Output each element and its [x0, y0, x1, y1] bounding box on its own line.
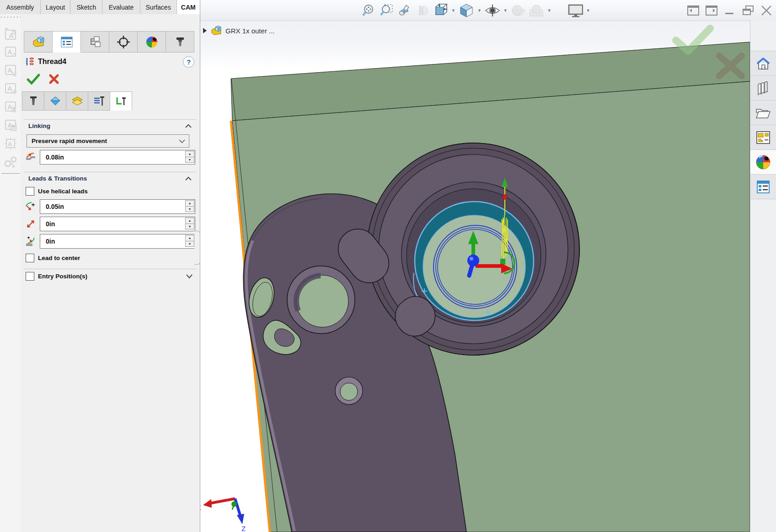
tab-solidworks-resources[interactable] [750, 51, 776, 76]
disabled-tool-icon-3[interactable]: A [2, 62, 19, 79]
disabled-tool-icon-5[interactable]: A [2, 98, 19, 116]
tab-assembly[interactable]: Assembly [0, 0, 41, 14]
svg-text:A: A [7, 103, 12, 111]
vertical-lead-spinner[interactable]: ▲▼ [185, 235, 194, 247]
tab-configurationmanager[interactable] [81, 31, 109, 53]
cancel-x-button[interactable] [48, 73, 60, 85]
collapse-chevron-icon[interactable] [185, 124, 192, 128]
page-tab-leads[interactable] [110, 91, 132, 111]
tab-view-palette[interactable] [750, 125, 776, 150]
spin-down-icon[interactable]: ▼ [185, 224, 194, 230]
tab-propertymanager[interactable] [53, 31, 81, 53]
tab-displaymanager[interactable] [138, 31, 166, 53]
edit-appearance-button[interactable] [511, 3, 526, 18]
hide-show-caret-icon[interactable]: ▼ [503, 8, 508, 13]
flyout-tree-row[interactable]: GRX 1x outer ... [203, 25, 275, 36]
entry-positions-row[interactable]: Entry Position(s) [26, 272, 193, 281]
lead-overlap-field[interactable]: 0in ▲▼ [40, 217, 195, 231]
view-orientation-caret-icon[interactable]: ▼ [451, 8, 455, 13]
tab-cam[interactable]: CAM [177, 0, 200, 14]
zoom-to-area-button[interactable] [379, 3, 395, 18]
vertical-lead-field[interactable]: 0in ▲▼ [40, 234, 195, 249]
disabled-tool-icon-6[interactable]: A [2, 117, 19, 134]
spin-down-icon[interactable]: ▼ [185, 207, 194, 213]
tab-appearances-scenes[interactable] [750, 150, 776, 175]
disabled-tool-icon-8[interactable] [2, 153, 19, 170]
linking-section-header[interactable]: Linking [28, 122, 192, 129]
svg-text:A: A [8, 141, 12, 148]
lead-in-spinner[interactable]: ▲▼ [185, 200, 194, 212]
collapse-chevron-icon[interactable] [185, 176, 192, 181]
clearance-spinner[interactable]: ▲▼ [185, 151, 194, 163]
entry-positions-checkbox[interactable] [26, 272, 34, 281]
disabled-tool-icon-7[interactable]: A [2, 135, 19, 152]
use-helical-leads-checkbox[interactable] [26, 187, 34, 196]
operation-title-row: Thread4 [25, 56, 66, 68]
vertical-lead-row: 0in ▲▼ [25, 234, 195, 249]
tab-design-library[interactable] [750, 76, 776, 101]
spin-down-icon[interactable]: ▼ [185, 241, 194, 247]
apply-scene-caret-icon[interactable]: ▼ [547, 8, 551, 13]
dock-pane-right-button[interactable] [706, 5, 717, 16]
svg-text:A: A [7, 66, 12, 74]
lead-in-radius-row: 0.05in ▲▼ [25, 199, 195, 214]
view-settings-button[interactable] [567, 3, 583, 18]
linking-mode-dropdown[interactable]: Preserve rapid movement [27, 134, 189, 148]
view-palette-icon [756, 131, 771, 144]
bore-floor[interactable] [423, 215, 525, 318]
zoom-to-fit-button[interactable] [361, 3, 377, 18]
leads-section-header[interactable]: Leads & Transitions [28, 175, 192, 182]
small-hole[interactable] [340, 383, 358, 400]
view-settings-caret-icon[interactable]: ▼ [586, 8, 590, 13]
triad-origin-ball[interactable] [467, 255, 479, 266]
panel-flyout-grip[interactable] [194, 231, 200, 265]
previous-view-button[interactable] [397, 3, 412, 18]
use-helical-leads-row: Use helical leads [26, 187, 88, 196]
spin-down-icon[interactable]: ▼ [185, 157, 194, 163]
lead-arc-handle[interactable] [500, 259, 505, 265]
dock-pane-left-button[interactable] [687, 5, 699, 16]
spin-up-icon[interactable]: ▲ [185, 218, 194, 224]
tab-custom-properties[interactable] [750, 175, 776, 199]
section-view-button[interactable] [415, 3, 430, 18]
lead-overlap-spinner[interactable]: ▲▼ [185, 218, 194, 229]
tab-file-explorer[interactable] [750, 101, 776, 125]
spin-up-icon[interactable]: ▲ [185, 151, 194, 157]
display-style-button[interactable] [459, 3, 474, 18]
graphics-area[interactable]: X Z GRX 1x outer ... [200, 0, 750, 532]
tab-surfaces[interactable]: Surfaces [140, 0, 177, 14]
lead-in-radius-field[interactable]: 0.05in ▲▼ [40, 199, 195, 214]
hide-show-items-button[interactable] [485, 3, 500, 18]
triad-x-shaft[interactable] [476, 264, 502, 268]
clearance-field[interactable]: 0.08in ▲▼ [40, 150, 195, 165]
tab-evaluate[interactable]: Evaluate [102, 0, 140, 14]
disabled-tool-icon-2[interactable]: A [2, 43, 19, 61]
help-button[interactable]: ? [183, 56, 194, 68]
page-tab-tool[interactable] [22, 91, 44, 111]
linking-header-label: Linking [28, 122, 50, 129]
close-button[interactable] [760, 5, 772, 16]
restore-button[interactable] [742, 5, 754, 16]
spin-up-icon[interactable]: ▲ [185, 200, 194, 207]
minimize-button[interactable] [724, 5, 736, 16]
tab-layout[interactable]: Layout [41, 0, 70, 14]
page-tab-thread[interactable] [88, 91, 110, 111]
apply-scene-button[interactable] [529, 3, 544, 18]
spin-up-icon[interactable]: ▲ [185, 235, 194, 241]
expand-chevron-icon[interactable] [186, 274, 193, 278]
display-style-caret-icon[interactable]: ▼ [477, 8, 482, 13]
lead-to-center-checkbox[interactable] [26, 254, 34, 262]
disabled-tool-icon-1[interactable]: A [2, 25, 19, 43]
flyout-tree-label: GRX 1x outer ... [225, 27, 275, 35]
ok-check-button[interactable] [26, 73, 41, 85]
command-manager-tabs: Assembly Layout Sketch Evaluate Surfaces… [0, 0, 200, 15]
tab-sketch[interactable]: Sketch [70, 0, 102, 14]
view-orientation-button[interactable] [433, 3, 448, 18]
expand-arrow-icon[interactable] [203, 27, 207, 34]
tab-dimxpertmanager[interactable] [109, 31, 138, 53]
tab-featuremanager[interactable] [24, 31, 53, 53]
disabled-tool-icon-4[interactable]: A [2, 80, 19, 97]
tab-cam-tree[interactable] [166, 31, 194, 53]
page-tab-pattern[interactable] [66, 91, 88, 111]
page-tab-feed-speed[interactable] [44, 91, 66, 111]
